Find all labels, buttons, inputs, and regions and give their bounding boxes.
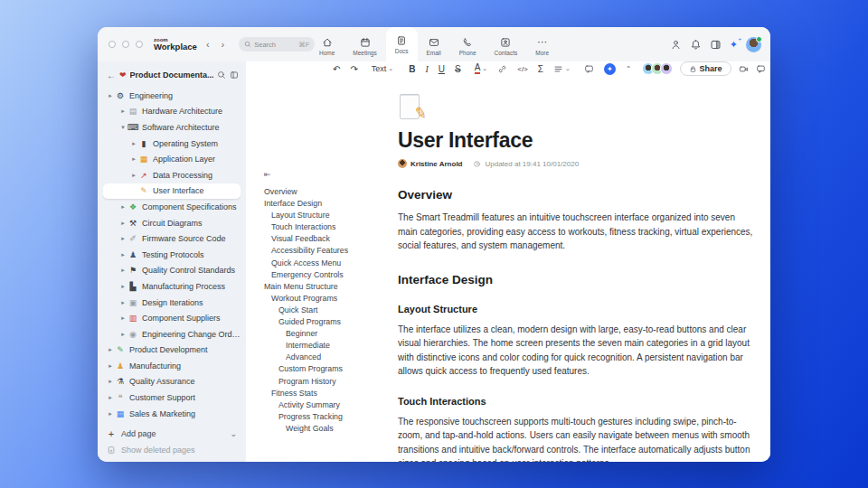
sidebar-item-circuit-diagrams[interactable]: ▸⚒Circuit Diagrams bbox=[103, 215, 241, 231]
paragraph-layout-structure[interactable]: The interface utilizes a clean, modern d… bbox=[398, 323, 754, 379]
sidebar-item-engineering-change-orders[interactable]: ▸◉Engineering Change Orders bbox=[103, 326, 241, 343]
chevron-down-icon[interactable]: ⌄ bbox=[230, 429, 237, 438]
chevron-icon[interactable]: ▸ bbox=[106, 362, 115, 370]
sidebar-item-product-development[interactable]: ▸✎Product Development bbox=[103, 343, 241, 359]
chevron-icon[interactable]: ▸ bbox=[106, 346, 115, 353]
add-page-button[interactable]: + Add page ⌄ bbox=[103, 426, 241, 442]
strikethrough-button[interactable]: S bbox=[455, 64, 461, 74]
text-color-dropdown[interactable]: A⌄ bbox=[475, 63, 488, 74]
sidebar-item-quality-assurance[interactable]: ▸⚗Quality Assurance bbox=[103, 374, 241, 390]
outline-item[interactable]: Touch Interactions bbox=[264, 221, 380, 233]
outline-item[interactable]: Activity Summary bbox=[264, 399, 380, 411]
sidebar-search-icon[interactable] bbox=[217, 70, 226, 80]
notifications-bell-icon[interactable] bbox=[690, 39, 702, 51]
ai-companion-icon[interactable]: ✦ bbox=[730, 39, 738, 51]
outline-item[interactable]: Fitness Stats bbox=[264, 388, 380, 399]
sidebar-item-testing-protocols[interactable]: ▸♟Testing Protocols bbox=[103, 247, 241, 263]
chevron-icon[interactable]: ▸ bbox=[118, 267, 127, 274]
redo-button[interactable]: ↷ bbox=[350, 64, 357, 74]
tab-home[interactable]: Home bbox=[310, 31, 344, 61]
link-icon[interactable] bbox=[497, 64, 507, 74]
user-avatar[interactable] bbox=[746, 37, 761, 52]
chevron-icon[interactable]: ▸ bbox=[106, 394, 115, 401]
outline-item[interactable]: Main Menu Structure bbox=[264, 281, 380, 293]
bold-button[interactable]: B bbox=[409, 64, 415, 74]
outline-item[interactable]: Layout Structure bbox=[264, 210, 380, 221]
outline-item[interactable]: Accessibility Features bbox=[264, 245, 380, 257]
align-dropdown[interactable]: ⌄ bbox=[553, 64, 571, 74]
chevron-icon[interactable]: ▾ bbox=[118, 124, 127, 131]
tab-docs[interactable]: Docs bbox=[386, 27, 418, 61]
sidebar-item-software-architecture[interactable]: ▾⌨Software Architecture bbox=[103, 119, 241, 136]
equation-button[interactable]: Σ bbox=[538, 64, 543, 74]
sidebar-item-customer-support[interactable]: ▸❝Customer Support bbox=[103, 389, 241, 406]
side-panel-icon[interactable] bbox=[710, 39, 722, 51]
tab-email[interactable]: Email bbox=[418, 31, 450, 61]
section-heading-overview[interactable]: Overview bbox=[398, 188, 754, 202]
outline-item[interactable]: Interface Design bbox=[264, 198, 380, 210]
traffic-light-close[interactable] bbox=[108, 41, 116, 48]
underline-button[interactable]: U bbox=[439, 64, 445, 74]
sidebar-item-firmware-source-code[interactable]: ▸✐Firmware Source Code bbox=[103, 230, 241, 247]
outline-item[interactable]: Progress Tracking bbox=[264, 411, 380, 423]
document-content[interactable]: ✎ User Interface Kristine Arnold Updated… bbox=[398, 76, 754, 462]
nav-forward-button[interactable]: › bbox=[219, 39, 228, 50]
chevron-icon[interactable]: ▸ bbox=[106, 378, 115, 385]
sidebar-panel-icon[interactable] bbox=[230, 70, 239, 80]
sidebar-item-manufacturing[interactable]: ▸♟Manufacturing bbox=[103, 358, 241, 374]
chevron-icon[interactable]: ▸ bbox=[118, 314, 127, 322]
chevron-icon[interactable]: ▸ bbox=[118, 235, 127, 242]
section-heading-touch-interactions[interactable]: Touch Interactions bbox=[398, 396, 754, 407]
comment-icon[interactable] bbox=[584, 64, 594, 74]
sidebar-item-user-interface[interactable]: ✎User Interface bbox=[103, 183, 241, 200]
nav-back-button[interactable]: ‹ bbox=[203, 39, 212, 50]
outline-item[interactable]: Beginner bbox=[264, 328, 380, 340]
ai-companion-button[interactable]: ✦ bbox=[604, 63, 616, 75]
page-title[interactable]: User Interface bbox=[398, 128, 754, 153]
chevron-icon[interactable]: ▸ bbox=[118, 283, 127, 290]
sidebar-item-application-layer[interactable]: ▸▦Application Layer bbox=[103, 151, 241, 167]
traffic-light-zoom[interactable] bbox=[136, 41, 143, 48]
section-heading-layout-structure[interactable]: Layout Structure bbox=[398, 304, 754, 314]
collaborator-avatars[interactable] bbox=[642, 62, 673, 75]
collapse-toolbar-button[interactable]: ⌃ bbox=[626, 65, 632, 73]
outline-item[interactable]: Workout Programs bbox=[264, 293, 380, 305]
chevron-icon[interactable]: ▸ bbox=[118, 299, 127, 306]
sidebar-item-component-suppliers[interactable]: ▸▥Component Suppliers bbox=[103, 310, 241, 326]
outline-collapse-icon[interactable]: ⇤ bbox=[264, 170, 380, 179]
outline-item[interactable]: Quick Start bbox=[264, 305, 380, 316]
outline-item[interactable]: Weight Goals bbox=[264, 423, 380, 435]
chevron-icon[interactable]: ▸ bbox=[118, 331, 127, 338]
tab-more[interactable]: ⋯ More bbox=[526, 31, 558, 61]
outline-item[interactable]: Intermediate bbox=[264, 340, 380, 352]
outline-item[interactable]: Quick Access Menu bbox=[264, 258, 380, 269]
chevron-icon[interactable]: ▸ bbox=[129, 172, 138, 179]
chat-icon[interactable] bbox=[756, 64, 766, 74]
chevron-icon[interactable]: ▸ bbox=[106, 92, 115, 99]
contact-card-icon[interactable] bbox=[670, 39, 682, 51]
outline-item[interactable]: Custom Programs bbox=[264, 363, 380, 375]
sidebar-item-manufacturing-process[interactable]: ▸▙Manufacturing Process bbox=[103, 278, 241, 295]
search-input[interactable]: Search ⌘F bbox=[239, 37, 315, 52]
tab-meetings[interactable]: Meetings bbox=[344, 31, 385, 61]
show-deleted-pages-button[interactable]: Show deleted pages bbox=[103, 442, 241, 458]
sidebar-item-engineering[interactable]: ▸⚙Engineering bbox=[103, 88, 241, 104]
sidebar-item-component-specifications[interactable]: ▸❖Component Specifications bbox=[103, 199, 241, 215]
undo-button[interactable]: ↶ bbox=[333, 64, 340, 74]
video-camera-icon[interactable] bbox=[739, 64, 749, 74]
sidebar-item-hardware-architecture[interactable]: ▸▤Hardware Architecture bbox=[103, 104, 241, 120]
paragraph-touch-interactions[interactable]: The responsive touchscreen supports mult… bbox=[398, 415, 754, 463]
outline-item[interactable]: Overview bbox=[264, 186, 380, 198]
text-style-dropdown[interactable]: Text⌄ bbox=[372, 64, 393, 73]
outline-item[interactable]: Program History bbox=[264, 376, 380, 388]
chevron-icon[interactable]: ▸ bbox=[118, 203, 127, 211]
italic-button[interactable]: I bbox=[425, 64, 428, 74]
tab-phone[interactable]: Phone bbox=[450, 31, 486, 61]
tab-contacts[interactable]: Contacts bbox=[486, 31, 527, 61]
chevron-icon[interactable]: ▸ bbox=[129, 155, 138, 163]
page-emoji-memo-icon[interactable]: ✎ bbox=[398, 94, 425, 121]
paragraph-overview[interactable]: The Smart Treadmill features an intuitiv… bbox=[398, 211, 754, 253]
sidebar-back-button[interactable]: ← bbox=[107, 70, 116, 80]
sidebar-item-design-iterations[interactable]: ▸▣Design Iterations bbox=[103, 295, 241, 311]
section-heading-interface-design[interactable]: Interface Design bbox=[398, 273, 754, 286]
